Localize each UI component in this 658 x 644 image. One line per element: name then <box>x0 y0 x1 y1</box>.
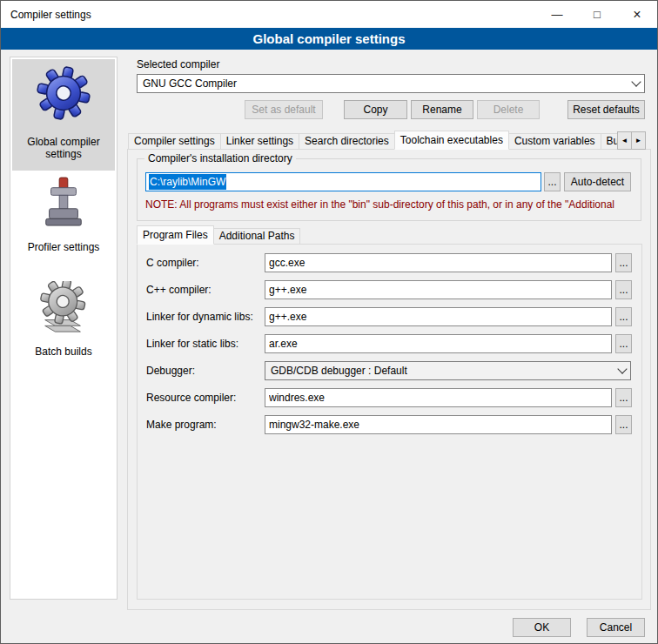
close-button[interactable]: × <box>617 1 657 28</box>
auto-detect-button[interactable]: Auto-detect <box>564 172 631 191</box>
compiler-settings-dialog: Compiler settings — □ × Global compiler … <box>0 0 658 644</box>
install-dir-note: NOTE: All programs must exist either in … <box>145 198 638 211</box>
browse-button[interactable]: ... <box>615 388 632 407</box>
subtab-program-files[interactable]: Program Files <box>137 225 214 245</box>
browse-button[interactable]: ... <box>615 280 632 299</box>
sidebar-item-label: Profiler settings <box>17 241 111 253</box>
make-program-input[interactable] <box>265 415 612 434</box>
dynamic-linker-label: Linker for dynamic libs: <box>146 307 253 326</box>
c-compiler-input[interactable] <box>265 253 612 272</box>
cpp-compiler-input[interactable] <box>265 280 612 299</box>
static-linker-input[interactable] <box>265 334 612 353</box>
sidebar-item-label: Global compiler settings <box>17 136 111 160</box>
program-files-panel: C compiler: ... C++ compiler: ... Linker… <box>137 244 642 600</box>
c-compiler-label: C compiler: <box>146 253 199 272</box>
install-dir-selected-text: C:\raylib\MinGW <box>149 174 226 190</box>
make-program-label: Make program: <box>146 415 217 434</box>
toolchain-panel: Compiler's installation directory C:\ray… <box>127 149 651 610</box>
install-dir-group-title: Compiler's installation directory <box>144 152 296 164</box>
settings-sidebar: Global compiler settings Profiler settin… <box>10 57 118 600</box>
minimize-button[interactable]: — <box>537 1 577 28</box>
profiler-tool-icon <box>35 175 92 232</box>
sidebar-item-batch-builds[interactable]: Batch builds <box>12 278 115 375</box>
chevron-down-icon <box>614 362 630 379</box>
tab-scroll-left-icon[interactable]: ◄ <box>617 131 632 150</box>
field-row-debugger: Debugger: GDB/CDB debugger : Default <box>138 361 641 380</box>
cancel-button[interactable]: Cancel <box>587 618 645 637</box>
resource-compiler-input[interactable] <box>265 388 612 407</box>
delete-button[interactable]: Delete <box>477 100 540 119</box>
compiler-select-value: GNU GCC Compiler <box>143 77 237 90</box>
tab-linker-settings[interactable]: Linker settings <box>220 133 299 150</box>
static-linker-label: Linker for static libs: <box>146 334 238 353</box>
sidebar-item-label: Batch builds <box>17 345 111 358</box>
tab-toolchain-executables[interactable]: Toolchain executables <box>394 131 509 150</box>
install-dir-browse-button[interactable]: ... <box>544 172 561 191</box>
browse-button[interactable]: ... <box>615 334 632 353</box>
subtab-additional-paths[interactable]: Additional Paths <box>213 228 301 245</box>
browse-button[interactable]: ... <box>615 307 632 326</box>
page-title: Global compiler settings <box>1 28 657 50</box>
field-row-make-program: Make program: ... <box>138 415 641 434</box>
ok-button[interactable]: OK <box>513 618 571 637</box>
maximize-button[interactable]: □ <box>577 1 617 28</box>
titlebar: Compiler settings — □ × <box>1 1 657 28</box>
selected-compiler-label: Selected compiler <box>137 58 219 70</box>
install-dir-groupbox: Compiler's installation directory C:\ray… <box>137 158 641 221</box>
tab-scroll-right-icon[interactable]: ► <box>631 131 646 150</box>
executables-subtabs: Program Files Additional Paths <box>137 225 299 245</box>
debugger-label: Debugger: <box>146 361 195 380</box>
browse-button[interactable]: ... <box>615 415 632 434</box>
tab-search-directories[interactable]: Search directories <box>299 133 395 150</box>
chevron-down-icon <box>628 75 644 92</box>
tab-build-options[interactable]: Buil <box>601 133 617 150</box>
gear-blue-icon <box>35 64 92 122</box>
window-controls: — □ × <box>537 1 657 28</box>
resource-compiler-label: Resource compiler: <box>146 388 236 407</box>
tab-custom-variables[interactable]: Custom variables <box>508 133 601 150</box>
compiler-select[interactable]: GNU GCC Compiler <box>137 74 645 93</box>
field-row-cpp-compiler: C++ compiler: ... <box>138 280 641 299</box>
sidebar-item-global-compiler-settings[interactable]: Global compiler settings <box>12 59 115 171</box>
copy-button[interactable]: Copy <box>344 100 407 119</box>
debugger-select-value: GDB/CDB debugger : Default <box>271 365 407 377</box>
install-dir-input[interactable]: C:\raylib\MinGW <box>145 172 541 191</box>
gear-gray-icon <box>35 279 92 337</box>
tab-compiler-settings[interactable]: Compiler settings <box>128 133 221 150</box>
field-row-dynamic-linker: Linker for dynamic libs: ... <box>138 307 641 326</box>
cpp-compiler-label: C++ compiler: <box>146 280 212 299</box>
dynamic-linker-input[interactable] <box>265 307 612 326</box>
debugger-select[interactable]: GDB/CDB debugger : Default <box>265 361 631 380</box>
reset-defaults-button[interactable]: Reset defaults <box>567 100 645 119</box>
rename-button[interactable]: Rename <box>411 100 473 119</box>
field-row-static-linker: Linker for static libs: ... <box>138 334 641 353</box>
set-as-default-button[interactable]: Set as default <box>245 100 323 119</box>
browse-button[interactable]: ... <box>615 253 632 272</box>
settings-tabstrip: Compiler settings Linker settings Search… <box>128 131 617 150</box>
window-title: Compiler settings <box>1 9 91 21</box>
field-row-c-compiler: C compiler: ... <box>138 253 641 272</box>
sidebar-item-profiler-settings[interactable]: Profiler settings <box>12 173 115 271</box>
field-row-resource-compiler: Resource compiler: ... <box>138 388 641 407</box>
